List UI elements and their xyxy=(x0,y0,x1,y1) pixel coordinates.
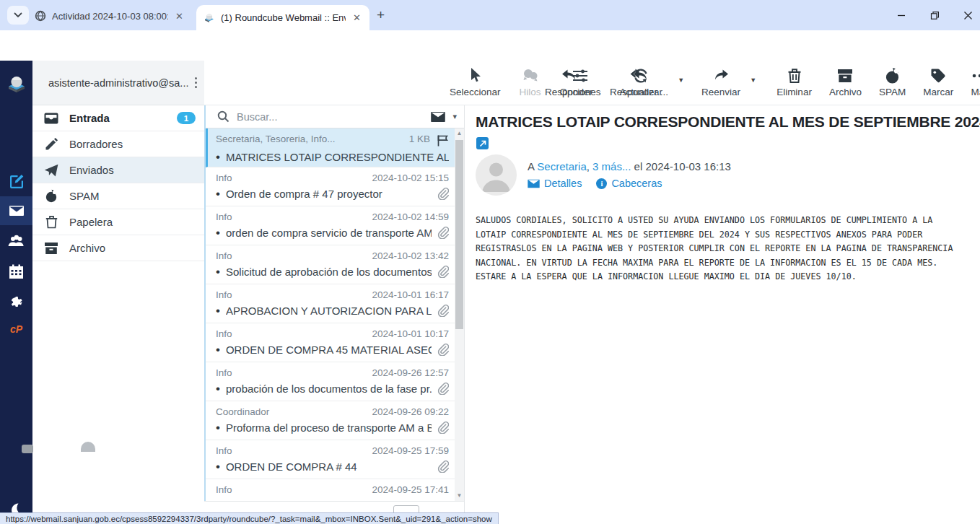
search-scope-mail-icon[interactable] xyxy=(431,111,445,123)
select-button[interactable]: Seleccionar xyxy=(450,67,501,97)
scroll-up-arrow[interactable]: ▲ xyxy=(455,128,464,139)
folder-actions-button[interactable] xyxy=(22,445,33,453)
chevron-down-icon[interactable]: ▼ xyxy=(678,77,684,84)
message-list-panel: ▾ Secretaria, Tesoreria, Info... 1 KB • … xyxy=(204,105,464,501)
message-row[interactable]: Info 2024-10-02 15:15 • Orden de compra … xyxy=(206,167,456,206)
folder-item-borradores[interactable]: Borradores xyxy=(32,131,204,157)
message-row[interactable]: Info 2024-10-02 13:42 • Solicitud de apr… xyxy=(206,245,456,284)
unread-dot: • xyxy=(216,346,220,354)
message-date: 2024-10-01 10:17 xyxy=(372,328,449,339)
new-tab-button[interactable]: + xyxy=(377,7,385,23)
rail-contacts-button[interactable] xyxy=(0,227,32,256)
search-options-chevron-icon[interactable]: ▾ xyxy=(452,112,457,121)
recipients-line: A Secretaria, 3 más... el 2024-10-03 16:… xyxy=(528,160,731,173)
folder-item-papelera[interactable]: Papelera xyxy=(32,209,204,235)
message-date: 2024-09-26 09:22 xyxy=(372,406,449,417)
message-sender: Info xyxy=(216,173,372,183)
forward-button-mail[interactable]: Reenviar ▼ xyxy=(701,67,748,97)
message-sender: Secretaria, Tesoreria, Info... xyxy=(216,134,409,147)
reading-pane: MATRICES LOTAIP CORRESPONDIENTE AL MES D… xyxy=(464,105,980,512)
pencil-icon xyxy=(43,137,59,151)
message-row[interactable]: Coordinador 2024-09-26 09:22 • Proforma … xyxy=(206,401,456,440)
recipient-link[interactable]: Secretaria xyxy=(537,160,586,173)
mark-button[interactable]: Marcar xyxy=(923,67,953,97)
chevron-down-icon[interactable]: ▼ xyxy=(750,77,756,84)
rail-settings-button[interactable] xyxy=(0,287,32,316)
button-label: Más xyxy=(971,87,980,97)
message-subject: ORDEN DE COMPRA 45 MATERIAL ASEO P... xyxy=(226,344,432,356)
message-row[interactable]: Secretaria, Tesoreria, Info... 1 KB • MA… xyxy=(206,128,456,167)
unread-dot: • xyxy=(216,424,220,432)
message-subject: ORDEN DE COMPRA # 44 xyxy=(226,460,432,473)
scroll-down-arrow[interactable]: ▼ xyxy=(455,491,464,501)
browser-tab-activity[interactable]: Actividad 2024-10-03 08:00:00 ✕ xyxy=(27,5,192,27)
search-icon xyxy=(217,110,229,123)
scrollbar-thumb[interactable] xyxy=(455,140,463,329)
details-toggle[interactable]: Detalles xyxy=(528,178,582,189)
list-pagination-footer: ... xyxy=(204,501,464,512)
roundcube-favicon-icon xyxy=(204,12,215,24)
window-close-button[interactable] xyxy=(951,0,980,30)
button-label: Reenviar xyxy=(701,87,740,97)
open-in-new-window-icon[interactable] xyxy=(476,137,489,149)
browser-tab-roundcube[interactable]: (1) Roundcube Webmail :: Envia ✕ xyxy=(196,5,369,30)
message-date: 1 KB xyxy=(409,134,430,147)
message-row[interactable]: Info 2024-09-26 12:57 • probación de los… xyxy=(206,362,456,401)
list-scrollbar[interactable]: ▲ ▼ xyxy=(455,128,464,501)
cpanel-logo-icon: cP xyxy=(10,323,22,335)
folder-label: Archivo xyxy=(69,242,196,254)
folder-item-spam[interactable]: SPAM xyxy=(32,183,204,209)
button-label: Archivo xyxy=(829,87,862,97)
message-sender: Info xyxy=(216,328,372,339)
headers-toggle[interactable]: i Cabeceras xyxy=(596,178,662,189)
message-row[interactable]: Info 2024-10-01 10:17 • ORDEN DE COMPRA … xyxy=(206,323,456,362)
message-subject: Orden de compra # 47 proyector xyxy=(226,188,432,200)
compose-button[interactable] xyxy=(0,167,32,196)
message-row[interactable]: Info 2024-09-25 17:41 • xyxy=(206,479,456,501)
unread-dot: • xyxy=(216,307,220,315)
folder-item-archivo[interactable]: Archivo xyxy=(32,235,204,261)
reply-all-button[interactable]: Responder ... ▼ xyxy=(610,67,675,97)
tab-close-icon[interactable]: ✕ xyxy=(351,12,362,23)
rail-calendar-button[interactable] xyxy=(0,257,32,286)
message-row[interactable]: Info 2024-09-25 17:59 • ORDEN DE COMPRA … xyxy=(206,440,456,479)
tab-close-icon[interactable]: ✕ xyxy=(174,11,185,22)
tab-search-button[interactable] xyxy=(7,6,29,25)
spam-flame-icon xyxy=(43,189,59,203)
button-label: Seleccionar xyxy=(450,87,501,97)
unread-dot: • xyxy=(216,230,220,237)
account-menu-button[interactable] xyxy=(195,75,198,90)
message-row[interactable]: Info 2024-10-01 16:17 • APROBACION Y AUT… xyxy=(206,284,456,323)
message-sender: Info xyxy=(216,367,372,378)
window-restore-button[interactable] xyxy=(918,0,951,30)
delete-button[interactable]: Eliminar xyxy=(776,67,812,97)
more-recipients-link[interactable]: 3 más... xyxy=(592,160,631,173)
message-subject: APROBACION Y AUTORIZACION PARA LA ... xyxy=(226,305,432,317)
folder-item-entrada[interactable]: Entrada 1 xyxy=(32,105,204,131)
tag-icon xyxy=(929,67,947,84)
spam-button[interactable]: SPAM xyxy=(879,67,906,97)
message-subject: Proforma del proceso de transporte AM a … xyxy=(226,422,432,434)
archive-button[interactable]: Archivo xyxy=(829,67,862,97)
ellipsis-icon xyxy=(971,67,980,84)
attachment-icon xyxy=(437,344,449,356)
app-rail: cP ? xyxy=(0,61,32,524)
button-label: Hilos xyxy=(520,87,541,97)
status-url-text: https://webmail.sanjuan.gob.ec/cpsess859… xyxy=(6,515,492,523)
threads-button[interactable]: Hilos xyxy=(520,67,541,97)
button-label: Responder ... xyxy=(610,87,668,97)
more-button[interactable]: Más xyxy=(971,67,980,97)
rail-mail-button[interactable] xyxy=(0,196,32,225)
reply-button[interactable]: Responder xyxy=(545,67,592,97)
window-minimize-button[interactable] xyxy=(885,0,918,30)
pointer-icon xyxy=(467,67,483,84)
folder-label: Borradores xyxy=(69,138,196,150)
button-label: Eliminar xyxy=(776,87,812,97)
message-row[interactable]: Info 2024-10-02 14:59 • orden de compra … xyxy=(206,206,456,245)
cpanel-link-button[interactable]: cP xyxy=(0,315,32,344)
folder-panel: asistente-administrativo@sa... Entrada 1… xyxy=(32,61,204,512)
flag-icon[interactable] xyxy=(436,134,449,147)
message-date: 2024-09-26 12:57 xyxy=(372,367,449,378)
folder-item-enviados[interactable]: Enviados xyxy=(32,157,204,183)
search-input[interactable] xyxy=(237,111,424,123)
